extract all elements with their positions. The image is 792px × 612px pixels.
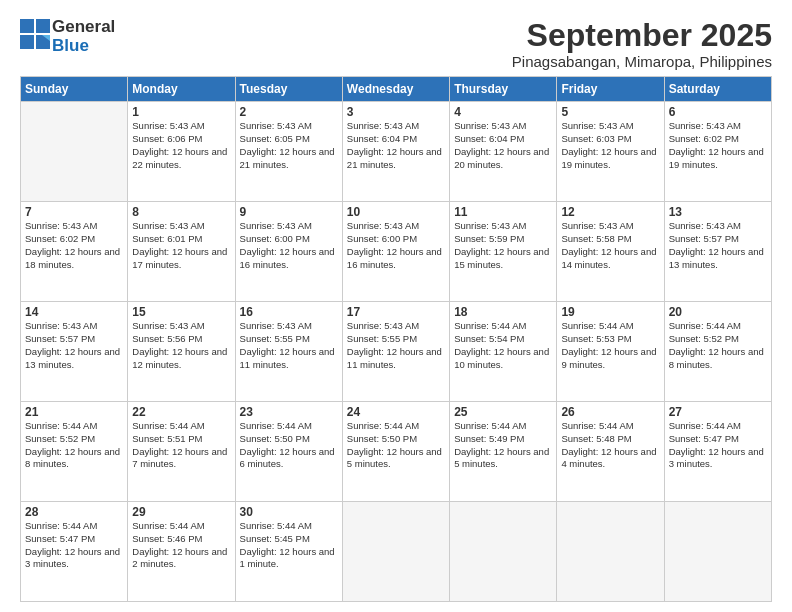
calendar-cell: 27Sunrise: 5:44 AMSunset: 5:47 PMDayligh… bbox=[664, 402, 771, 502]
day-info: Sunrise: 5:43 AMSunset: 5:57 PMDaylight:… bbox=[25, 320, 123, 371]
day-number: 22 bbox=[132, 405, 230, 419]
calendar-cell: 13Sunrise: 5:43 AMSunset: 5:57 PMDayligh… bbox=[664, 202, 771, 302]
day-info: Sunrise: 5:43 AMSunset: 6:04 PMDaylight:… bbox=[347, 120, 445, 171]
day-number: 6 bbox=[669, 105, 767, 119]
day-number: 26 bbox=[561, 405, 659, 419]
day-info: Sunrise: 5:43 AMSunset: 6:03 PMDaylight:… bbox=[561, 120, 659, 171]
day-info: Sunrise: 5:43 AMSunset: 6:00 PMDaylight:… bbox=[240, 220, 338, 271]
calendar-table: SundayMondayTuesdayWednesdayThursdayFrid… bbox=[20, 76, 772, 602]
day-number: 5 bbox=[561, 105, 659, 119]
day-info: Sunrise: 5:43 AMSunset: 6:05 PMDaylight:… bbox=[240, 120, 338, 171]
calendar-cell: 21Sunrise: 5:44 AMSunset: 5:52 PMDayligh… bbox=[21, 402, 128, 502]
calendar-cell: 24Sunrise: 5:44 AMSunset: 5:50 PMDayligh… bbox=[342, 402, 449, 502]
day-info: Sunrise: 5:44 AMSunset: 5:50 PMDaylight:… bbox=[347, 420, 445, 471]
logo-icon bbox=[20, 19, 52, 55]
day-info: Sunrise: 5:44 AMSunset: 5:50 PMDaylight:… bbox=[240, 420, 338, 471]
page-subtitle: Pinagsabangan, Mimaropa, Philippines bbox=[512, 53, 772, 70]
day-number: 25 bbox=[454, 405, 552, 419]
column-header-sunday: Sunday bbox=[21, 77, 128, 102]
column-header-saturday: Saturday bbox=[664, 77, 771, 102]
day-info: Sunrise: 5:43 AMSunset: 5:55 PMDaylight:… bbox=[347, 320, 445, 371]
calendar-cell: 7Sunrise: 5:43 AMSunset: 6:02 PMDaylight… bbox=[21, 202, 128, 302]
header: General Blue September 2025 Pinagsabanga… bbox=[20, 18, 772, 70]
calendar-cell: 28Sunrise: 5:44 AMSunset: 5:47 PMDayligh… bbox=[21, 502, 128, 602]
logo-blue: Blue bbox=[52, 37, 115, 56]
day-number: 2 bbox=[240, 105, 338, 119]
calendar-cell: 23Sunrise: 5:44 AMSunset: 5:50 PMDayligh… bbox=[235, 402, 342, 502]
title-block: September 2025 Pinagsabangan, Mimaropa, … bbox=[512, 18, 772, 70]
day-info: Sunrise: 5:43 AMSunset: 5:56 PMDaylight:… bbox=[132, 320, 230, 371]
calendar-cell: 16Sunrise: 5:43 AMSunset: 5:55 PMDayligh… bbox=[235, 302, 342, 402]
day-number: 23 bbox=[240, 405, 338, 419]
day-number: 21 bbox=[25, 405, 123, 419]
column-header-friday: Friday bbox=[557, 77, 664, 102]
day-number: 1 bbox=[132, 105, 230, 119]
day-number: 3 bbox=[347, 105, 445, 119]
day-number: 30 bbox=[240, 505, 338, 519]
day-number: 14 bbox=[25, 305, 123, 319]
day-number: 10 bbox=[347, 205, 445, 219]
day-number: 11 bbox=[454, 205, 552, 219]
calendar-week-4: 21Sunrise: 5:44 AMSunset: 5:52 PMDayligh… bbox=[21, 402, 772, 502]
day-info: Sunrise: 5:44 AMSunset: 5:47 PMDaylight:… bbox=[25, 520, 123, 571]
calendar-cell: 20Sunrise: 5:44 AMSunset: 5:52 PMDayligh… bbox=[664, 302, 771, 402]
svg-rect-1 bbox=[36, 19, 50, 33]
day-info: Sunrise: 5:43 AMSunset: 6:04 PMDaylight:… bbox=[454, 120, 552, 171]
day-info: Sunrise: 5:44 AMSunset: 5:54 PMDaylight:… bbox=[454, 320, 552, 371]
calendar-cell: 11Sunrise: 5:43 AMSunset: 5:59 PMDayligh… bbox=[450, 202, 557, 302]
page-title: September 2025 bbox=[512, 18, 772, 53]
calendar-cell: 12Sunrise: 5:43 AMSunset: 5:58 PMDayligh… bbox=[557, 202, 664, 302]
day-info: Sunrise: 5:43 AMSunset: 5:55 PMDaylight:… bbox=[240, 320, 338, 371]
logo-general: General bbox=[52, 18, 115, 37]
day-number: 12 bbox=[561, 205, 659, 219]
day-info: Sunrise: 5:43 AMSunset: 5:59 PMDaylight:… bbox=[454, 220, 552, 271]
column-header-wednesday: Wednesday bbox=[342, 77, 449, 102]
logo: General Blue bbox=[20, 18, 115, 55]
day-number: 24 bbox=[347, 405, 445, 419]
calendar-cell: 2Sunrise: 5:43 AMSunset: 6:05 PMDaylight… bbox=[235, 102, 342, 202]
day-info: Sunrise: 5:44 AMSunset: 5:52 PMDaylight:… bbox=[25, 420, 123, 471]
day-info: Sunrise: 5:44 AMSunset: 5:47 PMDaylight:… bbox=[669, 420, 767, 471]
day-info: Sunrise: 5:44 AMSunset: 5:46 PMDaylight:… bbox=[132, 520, 230, 571]
calendar-cell bbox=[664, 502, 771, 602]
day-info: Sunrise: 5:43 AMSunset: 6:06 PMDaylight:… bbox=[132, 120, 230, 171]
calendar-cell: 8Sunrise: 5:43 AMSunset: 6:01 PMDaylight… bbox=[128, 202, 235, 302]
day-number: 13 bbox=[669, 205, 767, 219]
day-info: Sunrise: 5:43 AMSunset: 6:01 PMDaylight:… bbox=[132, 220, 230, 271]
calendar-cell: 6Sunrise: 5:43 AMSunset: 6:02 PMDaylight… bbox=[664, 102, 771, 202]
day-number: 19 bbox=[561, 305, 659, 319]
day-info: Sunrise: 5:44 AMSunset: 5:53 PMDaylight:… bbox=[561, 320, 659, 371]
calendar-cell: 18Sunrise: 5:44 AMSunset: 5:54 PMDayligh… bbox=[450, 302, 557, 402]
svg-rect-2 bbox=[20, 35, 34, 49]
calendar-cell bbox=[450, 502, 557, 602]
day-number: 4 bbox=[454, 105, 552, 119]
day-number: 15 bbox=[132, 305, 230, 319]
calendar-cell: 17Sunrise: 5:43 AMSunset: 5:55 PMDayligh… bbox=[342, 302, 449, 402]
logo-text: General Blue bbox=[52, 18, 115, 55]
day-number: 16 bbox=[240, 305, 338, 319]
calendar-cell: 25Sunrise: 5:44 AMSunset: 5:49 PMDayligh… bbox=[450, 402, 557, 502]
calendar-cell: 9Sunrise: 5:43 AMSunset: 6:00 PMDaylight… bbox=[235, 202, 342, 302]
calendar-cell: 3Sunrise: 5:43 AMSunset: 6:04 PMDaylight… bbox=[342, 102, 449, 202]
calendar-cell: 22Sunrise: 5:44 AMSunset: 5:51 PMDayligh… bbox=[128, 402, 235, 502]
calendar-cell: 10Sunrise: 5:43 AMSunset: 6:00 PMDayligh… bbox=[342, 202, 449, 302]
day-number: 27 bbox=[669, 405, 767, 419]
calendar-week-2: 7Sunrise: 5:43 AMSunset: 6:02 PMDaylight… bbox=[21, 202, 772, 302]
day-info: Sunrise: 5:44 AMSunset: 5:49 PMDaylight:… bbox=[454, 420, 552, 471]
column-header-thursday: Thursday bbox=[450, 77, 557, 102]
calendar-cell: 26Sunrise: 5:44 AMSunset: 5:48 PMDayligh… bbox=[557, 402, 664, 502]
day-number: 18 bbox=[454, 305, 552, 319]
calendar-header-row: SundayMondayTuesdayWednesdayThursdayFrid… bbox=[21, 77, 772, 102]
calendar-cell bbox=[557, 502, 664, 602]
calendar-cell: 15Sunrise: 5:43 AMSunset: 5:56 PMDayligh… bbox=[128, 302, 235, 402]
svg-rect-0 bbox=[20, 19, 34, 33]
day-number: 29 bbox=[132, 505, 230, 519]
day-info: Sunrise: 5:43 AMSunset: 5:57 PMDaylight:… bbox=[669, 220, 767, 271]
day-number: 9 bbox=[240, 205, 338, 219]
calendar-cell bbox=[21, 102, 128, 202]
day-info: Sunrise: 5:43 AMSunset: 6:02 PMDaylight:… bbox=[25, 220, 123, 271]
day-number: 8 bbox=[132, 205, 230, 219]
calendar-cell: 14Sunrise: 5:43 AMSunset: 5:57 PMDayligh… bbox=[21, 302, 128, 402]
day-info: Sunrise: 5:43 AMSunset: 6:02 PMDaylight:… bbox=[669, 120, 767, 171]
calendar-cell: 19Sunrise: 5:44 AMSunset: 5:53 PMDayligh… bbox=[557, 302, 664, 402]
